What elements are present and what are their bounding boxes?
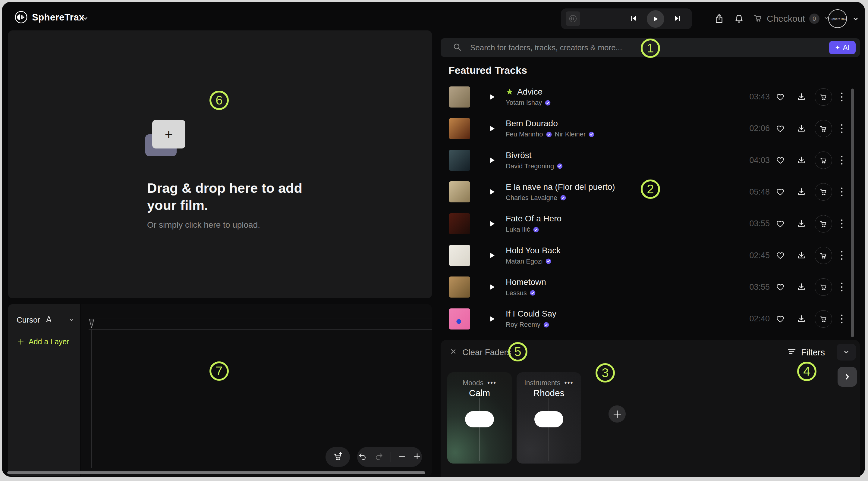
add-fader-button[interactable] [609,406,626,423]
tool-chevron-down-icon[interactable] [69,315,74,325]
add-layer-button[interactable]: Add a Layer [17,337,69,346]
track-play-button[interactable] [486,252,498,259]
fader-more-icon[interactable]: ••• [487,379,496,387]
more-options-button[interactable] [835,155,849,165]
brand-chevron-down-icon[interactable] [82,15,89,23]
horizontal-scrollbar[interactable] [7,471,425,474]
featured-star-icon [506,88,514,96]
track-play-button[interactable] [486,157,498,164]
add-to-cart-button[interactable] [815,183,832,201]
download-icon[interactable] [791,156,812,165]
track-play-button[interactable] [486,125,498,132]
ai-search-button[interactable]: ✦ AI [829,41,856,54]
track-art [449,87,470,107]
download-icon[interactable] [791,93,812,101]
download-icon[interactable] [791,251,812,260]
like-heart-icon[interactable] [770,315,791,323]
add-to-cart-button[interactable] [815,152,832,169]
brand-logo-icon[interactable] [14,10,28,25]
download-icon[interactable] [791,315,812,323]
verified-badge-icon [543,322,550,328]
annotation-5: 5 [508,342,527,361]
zoom-out-button[interactable] [398,452,406,461]
like-heart-icon[interactable] [770,93,791,101]
fader-more-icon[interactable]: ••• [564,379,573,387]
add-to-cart-button[interactable] [815,88,832,106]
like-heart-icon[interactable] [770,156,791,165]
track-play-button[interactable] [486,315,498,323]
search-input[interactable] [470,43,860,53]
add-to-cart-button[interactable] [815,247,832,264]
share-icon[interactable] [714,13,724,25]
more-options-button[interactable] [835,219,849,229]
track-list-scrollbar[interactable] [851,89,854,337]
more-options-button[interactable] [835,282,849,292]
like-heart-icon[interactable] [770,124,791,133]
upload-subtext: Or simply click here to upload. [147,220,260,230]
more-options-button[interactable] [835,92,849,102]
fader-handle[interactable] [465,411,494,427]
redo-button[interactable] [374,452,383,462]
track-row[interactable]: Hometown Lessus 03:55 [441,271,861,303]
annotation-6: 6 [210,91,229,110]
checkout-button[interactable]: Checkout 0 [753,9,829,28]
like-heart-icon[interactable] [770,187,791,196]
add-to-cart-button[interactable] [815,120,832,137]
track-play-button[interactable] [486,93,498,101]
account-chevron-down-icon[interactable] [852,15,859,24]
add-to-cart-button[interactable] [815,310,832,328]
like-heart-icon[interactable] [770,251,791,260]
brand-wordmark[interactable]: SphereTrax [32,12,84,23]
download-icon[interactable] [791,124,812,133]
track-row[interactable]: Hold You Back Matan Egozi 02:45 [441,240,861,271]
track-art [449,277,470,297]
track-row[interactable]: Bivröst David Tregoning 04:03 [441,145,861,176]
like-heart-icon[interactable] [770,283,791,292]
download-icon[interactable] [791,219,812,228]
filters-collapse-button[interactable] [837,344,856,360]
checkout-count-badge: 0 [809,13,819,24]
undo-button[interactable] [358,452,367,462]
track-row[interactable]: Bem Dourado Feu MarinhoNir Kleiner 02:06 [441,113,861,144]
verified-badge-icon [545,258,552,264]
track-play-button[interactable] [486,283,498,291]
track-art [449,118,470,139]
fader-category: Moods [463,379,484,387]
more-options-button[interactable] [835,250,849,260]
more-options-button[interactable] [835,124,849,134]
download-icon[interactable] [791,283,812,292]
track-duration: 03:55 [741,283,770,292]
fader-card-instruments[interactable]: Instruments ••• Rhodes [517,372,581,463]
zoom-in-button[interactable] [413,452,421,461]
playhead-marker[interactable] [88,318,95,330]
like-heart-icon[interactable] [770,219,791,228]
timeline-ruler-bottom-line [89,329,432,329]
more-options-button[interactable] [835,187,849,197]
track-row[interactable]: Advice Yotam Ishay 03:43 [441,81,861,113]
notifications-bell-icon[interactable] [734,13,744,25]
faders-scroll-right-button[interactable] [838,367,857,387]
user-avatar[interactable]: SphereTrax [828,9,847,28]
previous-track-button[interactable] [629,14,638,24]
fader-handle[interactable] [534,411,563,427]
add-selection-to-cart-button[interactable] [326,447,350,467]
track-row[interactable]: Fate Of a Hero Luka Ilić 03:55 [441,208,861,239]
clear-faders-button[interactable]: Clear Faders [450,348,511,357]
track-duration: 02:06 [741,124,770,133]
add-to-cart-button[interactable] [815,215,832,232]
add-to-cart-button[interactable] [815,278,832,296]
cursor-tool-icon[interactable] [45,315,53,325]
track-play-button[interactable] [486,220,498,227]
track-row[interactable]: If I Could Say Roy Reemy 02:40 [441,303,861,334]
film-viewer-panel[interactable]: + Drag & drop here to add your film. Or … [8,30,432,298]
download-icon[interactable] [791,187,812,196]
more-options-button[interactable] [835,314,849,324]
next-track-button[interactable] [673,14,682,24]
filter-icon [787,347,796,358]
play-button[interactable] [647,10,664,28]
track-play-button[interactable] [486,188,498,195]
track-title: If I Could Say [506,309,556,319]
verified-badge-icon [588,131,595,138]
filters-button[interactable]: Filters [787,347,825,358]
fader-card-moods[interactable]: Moods ••• Calm [447,372,512,463]
